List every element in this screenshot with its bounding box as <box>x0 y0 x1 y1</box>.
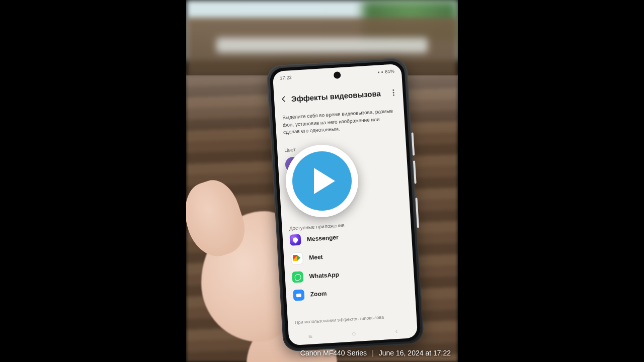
status-icon <box>378 71 379 73</box>
app-header: Эффекты видеовызова <box>274 81 404 111</box>
pillarbox-left <box>0 0 186 362</box>
app-name: Meet <box>309 253 323 261</box>
pillarbox-right <box>458 0 644 362</box>
caption-separator: | <box>372 349 374 357</box>
video-frame: 17:22 81% Эффекты видеовызова Выделите с… <box>186 0 458 362</box>
caption-overlay: Canon MF440 Series | June 16, 2024 at 17… <box>300 349 451 357</box>
messenger-icon <box>289 234 301 246</box>
android-nav-bar: ≡ ○ ‹ <box>288 322 418 346</box>
app-row-messenger[interactable]: Messenger <box>289 228 405 246</box>
status-battery: 81% <box>385 69 394 74</box>
chevron-left-icon <box>280 96 288 103</box>
app-list: Messenger Meet WhatsApp Zoom <box>289 228 408 301</box>
back-button[interactable] <box>279 95 288 104</box>
nav-recent-icon[interactable]: ≡ <box>308 332 312 340</box>
page-title: Эффекты видеовызова <box>291 88 389 103</box>
play-icon <box>292 151 352 211</box>
app-name: WhatsApp <box>309 271 339 280</box>
nav-home-icon[interactable]: ○ <box>352 329 356 337</box>
section-label-apps: Доступные приложения <box>289 222 345 231</box>
meet-icon <box>291 252 303 264</box>
caption-datetime: June 16, 2024 at 17:22 <box>379 349 451 357</box>
whatsapp-icon <box>292 271 303 283</box>
play-button[interactable] <box>286 145 358 217</box>
section-label-color: Цвет <box>284 147 296 153</box>
page-description: Выделите себя во время видеовызова, разм… <box>282 107 398 136</box>
video-thumbnail: 17:22 81% Эффекты видеовызова Выделите с… <box>0 0 644 362</box>
status-time: 17:22 <box>280 75 292 80</box>
app-row-whatsapp[interactable]: WhatsApp <box>292 265 407 283</box>
caption-device: Canon MF440 Series <box>300 349 367 357</box>
app-name: Zoom <box>310 290 327 298</box>
status-icon <box>381 71 383 72</box>
zoom-icon <box>293 289 304 301</box>
app-name: Messenger <box>307 234 339 243</box>
nav-back-icon[interactable]: ‹ <box>395 327 398 335</box>
more-menu-button[interactable] <box>388 89 398 96</box>
app-row-zoom[interactable]: Zoom <box>293 283 408 301</box>
app-row-meet[interactable]: Meet <box>291 246 406 265</box>
